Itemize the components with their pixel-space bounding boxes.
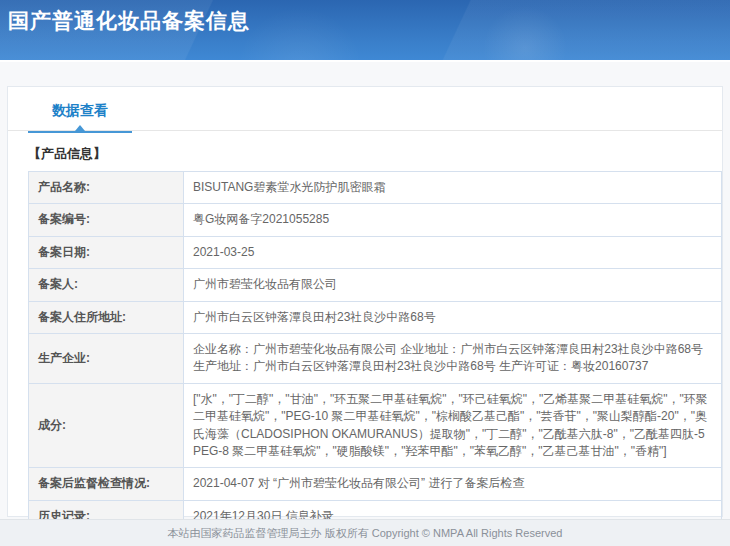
row-value: BISUTANG碧素堂水光防护肌密眼霜 <box>184 172 722 204</box>
page-title: 国产普通化妆品备案信息 <box>8 7 730 35</box>
table-row: 备案人:广州市碧莹化妆品有限公司 <box>29 269 722 301</box>
table-row: 备案后监督检查情况:2021-04-07 对 “广州市碧莹化妆品有限公司” 进行… <box>29 468 722 500</box>
product-info-table-body: 产品名称:BISUTANG碧素堂水光防护肌密眼霜备案编号:粤G妆网备字20210… <box>29 172 722 546</box>
row-value: 企业名称：广州市碧莹化妆品有限公司 企业地址：广州市白云区钟落潭良田村23社良沙… <box>184 333 722 383</box>
row-label: 生产企业: <box>29 333 184 383</box>
tab-data-view-label: 数据查看 <box>52 102 108 118</box>
row-label: 备案人: <box>29 269 184 301</box>
table-row: 成分:["水"，"丁二醇"，"甘油"，"环五聚二甲基硅氧烷"，"环己硅氧烷"，"… <box>29 383 722 468</box>
tab-caret-icon <box>75 125 85 131</box>
content-card: 数据查看 【产品信息】 产品名称:BISUTANG碧素堂水光防护肌密眼霜备案编号… <box>7 86 723 517</box>
row-value: ["水"，"丁二醇"，"甘油"，"环五聚二甲基硅氧烷"，"环己硅氧烷"，"乙烯基… <box>184 383 722 468</box>
table-row: 备案人住所地址:广州市白云区钟落潭良田村23社良沙中路68号 <box>29 301 722 333</box>
footer-copyright: 本站由国家药品监督管理局主办 版权所有 Copyright © NMPA All… <box>168 526 563 541</box>
tab-data-view[interactable]: 数据查看 <box>28 102 132 133</box>
table-row: 备案编号:粤G妆网备字2021055285 <box>29 204 722 236</box>
footer: 本站由国家药品监督管理局主办 版权所有 Copyright © NMPA All… <box>0 519 730 546</box>
banner: 国产普通化妆品备案信息 <box>0 0 730 62</box>
section-product-info-title: 【产品信息】 <box>28 145 706 163</box>
row-value: 2021-03-25 <box>184 236 722 268</box>
page-body: 数据查看 【产品信息】 产品名称:BISUTANG碧素堂水光防护肌密眼霜备案编号… <box>0 62 730 519</box>
row-label: 备案日期: <box>29 236 184 268</box>
table-row: 备案日期:2021-03-25 <box>29 236 722 268</box>
row-value: 广州市白云区钟落潭良田村23社良沙中路68号 <box>184 301 722 333</box>
row-label: 备案人住所地址: <box>29 301 184 333</box>
table-row: 生产企业:企业名称：广州市碧莹化妆品有限公司 企业地址：广州市白云区钟落潭良田村… <box>29 333 722 383</box>
card-content: 【产品信息】 产品名称:BISUTANG碧素堂水光防护肌密眼霜备案编号:粤G妆网… <box>8 131 722 546</box>
row-label: 备案后监督检查情况: <box>29 468 184 500</box>
row-label: 产品名称: <box>29 172 184 204</box>
product-info-table: 产品名称:BISUTANG碧素堂水光防护肌密眼霜备案编号:粤G妆网备字20210… <box>28 171 722 546</box>
row-label: 备案编号: <box>29 204 184 236</box>
table-row: 产品名称:BISUTANG碧素堂水光防护肌密眼霜 <box>29 172 722 204</box>
row-value: 广州市碧莹化妆品有限公司 <box>184 269 722 301</box>
row-value: 粤G妆网备字2021055285 <box>184 204 722 236</box>
row-value: 2021-04-07 对 “广州市碧莹化妆品有限公司” 进行了备案后检查 <box>184 468 722 500</box>
row-label: 成分: <box>29 383 184 468</box>
tab-bar: 数据查看 <box>8 87 722 131</box>
